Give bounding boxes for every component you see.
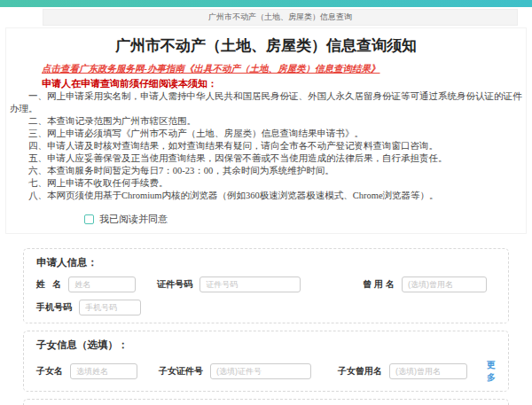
id-field-group: 证件号码 [157,276,301,292]
child-former-name-input[interactable] [389,363,467,379]
top-accent-bar [0,0,532,7]
notice-item: 六、本查询服务时间暂定为每日7：00-23：00，其余时间为系统维护时间。 [10,165,522,177]
notice-item: 三、网上申请必须填写《广州市不动产（土地、房屋类）信息查询结果申请书》。 [10,128,522,140]
name-label: 姓 名 [36,278,61,291]
name-field-group: 姓 名 [36,276,136,292]
applicant-section-title: 申请人信息： [36,256,496,269]
children-info-section: 子女信息（选填）： 子女名 子女证件号 子女曾用名 更多 [23,331,509,392]
query-section: 查询目的 买卖 验证码 Eyc7 申请 （请点击“我已阅读并同意”） [23,399,509,405]
notice-item: 八、本网页须使用基于Chromium内核的浏览器（例如360极速浏览器极速模式、… [10,190,522,202]
child-former-name-field-group: 子女曾用名 [338,363,467,379]
window-tab-title: 广州市不动产（土地、房屋类）信息查询 [43,9,518,26]
notice-item: 五、申请人应妥善保管及正当使用查询结果，因保管不善或不当使用造成的法律后果，自行… [10,152,522,165]
notice-item: 七、网上申请不收取任何手续费。 [10,177,522,190]
children-section-title: 子女信息（选填）： [36,339,496,352]
name-input[interactable] [68,276,136,292]
more-children-link[interactable]: 更多 [487,359,496,384]
id-number-input[interactable] [200,276,301,292]
notice-item: 二、本查询记录范围为广州市辖区范围。 [10,115,522,128]
applicant-info-section: 申请人信息： 姓 名 证件号码 曾 用 名 手机号码 [23,248,509,323]
notice-warning: 申请人在申请查询前须仔细阅读本须知： [42,77,522,90]
former-name-label: 曾 用 名 [363,278,395,291]
phone-label: 手机号码 [36,301,72,314]
agree-row: 我已阅读并同意 [84,213,522,226]
former-name-field-group: 曾 用 名 [363,276,487,292]
child-name-field-group: 子女名 [36,363,137,379]
former-name-input[interactable] [402,276,487,292]
child-id-label: 子女证件号 [159,365,203,378]
guide-link[interactable]: 点击查看广东政务服务网-办事指南《出具不动产（土地、房屋类）信息查询结果》 [42,63,522,75]
child-name-input[interactable] [70,363,137,379]
phone-field-group: 手机号码 [36,300,141,315]
phone-input[interactable] [79,300,141,315]
child-id-field-group: 子女证件号 [159,363,311,379]
page-title: 广州市不动产（土地、房屋类）信息查询须知 [10,35,522,56]
notice-panel: 广州市不动产（土地、房屋类）信息查询须知 点击查看广东政务服务网-办事指南《出具… [5,27,527,234]
notice-item: 一、网上申请采用实名制，申请人需持中华人民共和国居民身份证、外国人永久居留身份证… [10,90,522,115]
agree-checkbox[interactable] [84,214,94,224]
notice-item: 四、申请人请及时核对查询结果，如对查询结果有疑问，请向全市各不动产登记资料查询窗… [10,140,522,152]
agree-label: 我已阅读并同意 [99,213,168,226]
id-number-label: 证件号码 [157,278,192,291]
child-former-name-label: 子女曾用名 [338,365,382,378]
child-id-input[interactable] [210,363,311,379]
child-name-label: 子女名 [36,365,63,378]
